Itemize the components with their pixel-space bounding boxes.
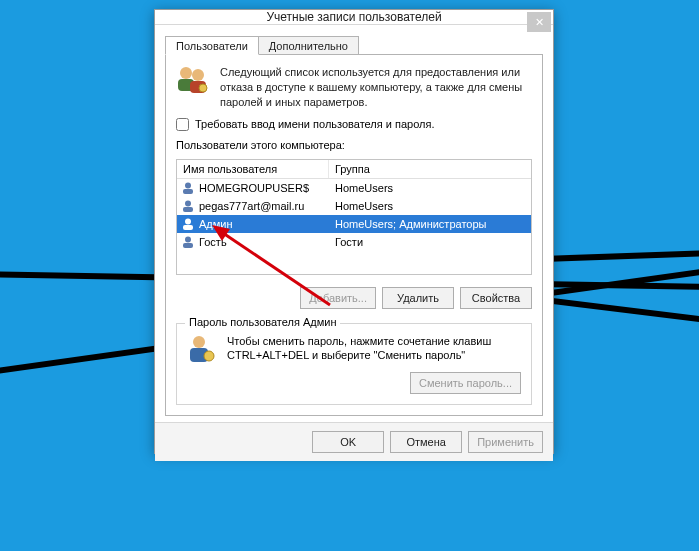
tab-advanced[interactable]: Дополнительно (258, 36, 359, 55)
svg-point-5 (185, 182, 191, 188)
users-list-header: Имя пользователя Группа (177, 160, 531, 179)
svg-point-11 (185, 236, 191, 242)
svg-point-4 (199, 84, 207, 92)
password-groupbox: Пароль пользователя Админ Чтобы сменить … (176, 323, 532, 405)
svg-point-9 (185, 218, 191, 224)
user-key-icon (187, 334, 217, 364)
col-header-username[interactable]: Имя пользователя (177, 160, 329, 178)
require-login-label: Требовать ввод имени пользователя и паро… (195, 118, 434, 130)
user-row[interactable]: АдминHomeUsers; Администраторы (177, 215, 531, 233)
user-icon (181, 199, 195, 213)
svg-rect-12 (183, 243, 193, 248)
svg-rect-6 (183, 189, 193, 194)
user-name: HOMEGROUPUSER$ (199, 182, 309, 194)
svg-point-7 (185, 200, 191, 206)
titlebar: Учетные записи пользователей ✕ (155, 10, 553, 25)
tab-users[interactable]: Пользователи (165, 36, 259, 55)
list-buttons-row: Добавить... Удалить Свойства (176, 287, 532, 309)
tab-page-users: Следующий список используется для предос… (165, 54, 543, 416)
user-group: HomeUsers (329, 200, 531, 212)
intro-text: Следующий список используется для предос… (220, 65, 532, 110)
user-name: pegas777art@mail.ru (199, 200, 304, 212)
users-keys-icon (176, 65, 210, 95)
user-icon (181, 235, 195, 249)
password-group-title: Пароль пользователя Админ (185, 316, 340, 328)
user-group: HomeUsers (329, 182, 531, 194)
users-list-caption: Пользователи этого компьютера: (176, 139, 532, 151)
user-icon (181, 181, 195, 195)
svg-point-13 (193, 336, 205, 348)
svg-point-15 (204, 351, 214, 361)
apply-button[interactable]: Применить (468, 431, 543, 453)
user-row[interactable]: pegas777art@mail.ruHomeUsers (177, 197, 531, 215)
change-password-button[interactable]: Сменить пароль... (410, 372, 521, 394)
svg-point-2 (192, 69, 204, 81)
user-icon (181, 217, 195, 231)
properties-button[interactable]: Свойства (460, 287, 532, 309)
user-group: Гости (329, 236, 531, 248)
password-instructions: Чтобы сменить пароль, нажмите сочетание … (227, 334, 521, 364)
intro-row: Следующий список используется для предос… (176, 65, 532, 110)
tab-strip: Пользователи Дополнительно (165, 33, 543, 55)
dialog-footer: OK Отмена Применить (155, 422, 553, 461)
window-title: Учетные записи пользователей (266, 10, 441, 24)
require-login-checkbox[interactable] (176, 118, 189, 131)
user-name: Админ (199, 218, 233, 230)
require-login-row[interactable]: Требовать ввод имени пользователя и паро… (176, 118, 532, 131)
user-row[interactable]: ГостьГости (177, 233, 531, 251)
user-group: HomeUsers; Администраторы (329, 218, 531, 230)
close-button[interactable]: ✕ (527, 12, 551, 32)
user-row[interactable]: HOMEGROUPUSER$HomeUsers (177, 179, 531, 197)
ok-button[interactable]: OK (312, 431, 384, 453)
svg-rect-10 (183, 225, 193, 230)
svg-rect-8 (183, 207, 193, 212)
remove-button[interactable]: Удалить (382, 287, 454, 309)
col-header-group[interactable]: Группа (329, 160, 531, 178)
user-accounts-dialog: Учетные записи пользователей ✕ Пользоват… (154, 9, 554, 454)
users-list[interactable]: Имя пользователя Группа HOMEGROUPUSER$Ho… (176, 159, 532, 275)
cancel-button[interactable]: Отмена (390, 431, 462, 453)
add-button[interactable]: Добавить... (300, 287, 376, 309)
user-name: Гость (199, 236, 227, 248)
svg-point-0 (180, 67, 192, 79)
